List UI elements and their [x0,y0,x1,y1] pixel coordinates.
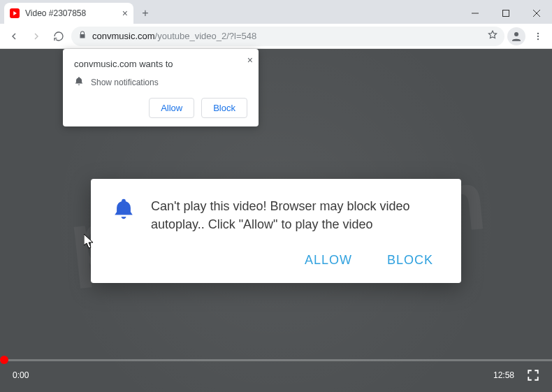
forward-button[interactable] [27,27,46,46]
address-bar[interactable]: convmusic.com/youtube_video_2/?l=548 [71,27,504,46]
reload-button[interactable] [49,27,68,46]
video-progress-bar[interactable] [0,359,552,361]
svg-point-8 [537,38,539,39]
page-dialog: Can't play this video! Browser may block… [91,179,461,283]
dialog-allow-button[interactable]: ALLOW [305,253,352,268]
notification-permission-prompt: × convmusic.com wants to Show notificati… [63,49,259,126]
bell-icon [74,76,84,88]
allow-button[interactable]: Allow [149,98,194,118]
bell-icon [112,197,136,224]
video-current-time: 0:00 [13,370,29,380]
watermark-text: pcrisk.com [65,151,488,290]
svg-point-7 [537,35,539,36]
fullscreen-icon[interactable] [527,369,539,382]
url-path: /youtube_video_2/?l=548 [155,31,257,41]
maximize-button[interactable] [491,3,521,24]
close-window-button[interactable] [521,3,552,24]
video-progress-handle[interactable] [0,356,8,364]
tab-title: Video #2307858 [25,8,117,18]
dialog-message: Can't play this video! Browser may block… [151,197,440,233]
new-tab-button[interactable]: + [136,4,154,22]
lock-icon [78,31,87,41]
menu-button[interactable] [528,27,548,46]
close-tab-icon[interactable]: × [122,8,128,18]
prompt-permission: Show notifications [91,78,159,87]
browser-tab[interactable]: Video #2307858 × [4,3,133,24]
back-button[interactable] [4,27,24,46]
minimize-button[interactable] [460,3,491,24]
url-text: convmusic.com/youtube_video_2/?l=548 [92,31,256,41]
youtube-icon [10,8,20,18]
svg-point-5 [514,32,518,36]
bookmark-star-icon[interactable] [488,30,497,42]
toolbar: convmusic.com/youtube_video_2/?l=548 [0,24,552,49]
close-icon[interactable]: × [247,55,253,66]
prompt-title: convmusic.com wants to [74,59,247,69]
video-duration: 12:58 [493,370,514,380]
block-button[interactable]: Block [201,98,247,118]
profile-avatar[interactable] [507,27,525,45]
video-controls: 0:00 12:58 [0,358,552,392]
svg-point-6 [537,32,539,34]
dialog-block-button[interactable]: BLOCK [387,253,433,268]
svg-rect-2 [503,10,509,17]
window-titlebar: Video #2307858 × + [0,0,552,24]
window-controls [460,3,552,24]
url-domain: convmusic.com [92,31,155,41]
